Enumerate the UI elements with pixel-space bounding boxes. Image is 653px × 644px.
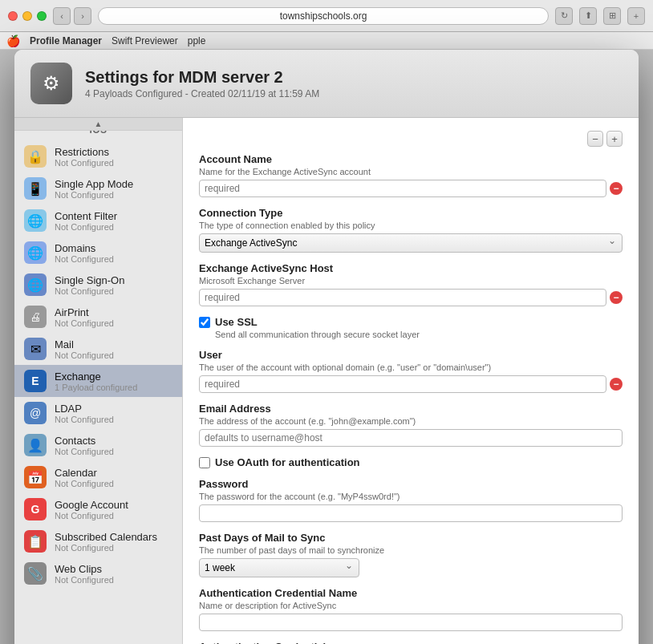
- new-tab-button[interactable]: ⊞: [603, 7, 621, 25]
- past-days-group: Past Days of Mail to Sync The number of …: [199, 532, 623, 577]
- auth-cred-group: Authentication Credential Credential for…: [199, 641, 623, 644]
- connection-type-select-wrap: Exchange ActiveSync Exchange Web Service…: [199, 233, 623, 253]
- password-input[interactable]: [199, 504, 623, 522]
- restrictions-icon: 🔒: [24, 145, 47, 168]
- auth-cred-name-group: Authentication Credential Name Name or d…: [199, 587, 623, 631]
- use-oauth-checkbox-row: Use OAuth for authentication: [199, 456, 623, 468]
- exchange-icon: E: [24, 370, 47, 392]
- dialog-title-area: Settings for MDM server 2 4 Payloads Con…: [85, 68, 319, 99]
- eas-host-input-wrap: −: [199, 289, 623, 306]
- eas-host-remove-button[interactable]: −: [610, 291, 623, 304]
- minimize-button[interactable]: [22, 11, 32, 21]
- sidebar-item-single-app-mode[interactable]: 📱 Single App Mode Not Configured: [14, 172, 182, 205]
- connection-type-label: Connection Type: [199, 207, 623, 219]
- close-button[interactable]: [8, 11, 18, 21]
- use-oauth-checkbox[interactable]: [199, 457, 210, 468]
- mail-icon: ✉: [24, 338, 47, 360]
- google-account-icon: G: [24, 498, 47, 520]
- content-filter-icon: 🌐: [24, 209, 47, 232]
- dialog-subtitle: 4 Payloads Configured - Created 02/11/19…: [85, 88, 319, 99]
- apple-menu[interactable]: 🍎: [6, 34, 20, 47]
- auth-cred-label: Authentication Credential: [199, 641, 623, 644]
- sidebar-item-contacts[interactable]: 👤 Contacts Not Configured: [14, 429, 182, 461]
- add-payload-button[interactable]: +: [606, 131, 623, 147]
- eas-host-desc: Microsoft Exchange Server: [199, 276, 623, 286]
- password-desc: The password for the account (e.g. "MyP4…: [199, 492, 623, 501]
- user-label: User: [199, 349, 623, 361]
- use-ssl-label: Use SSL: [215, 316, 258, 328]
- eas-host-label: Exchange ActiveSync Host: [199, 262, 623, 274]
- account-name-input[interactable]: [199, 180, 606, 197]
- url-text: townshipschools.org: [280, 10, 367, 22]
- sidebar-item-mail[interactable]: ✉ Mail Not Configured: [14, 333, 182, 365]
- address-bar[interactable]: townshipschools.org: [98, 7, 549, 25]
- user-desc: The user of the account with optional do…: [199, 363, 623, 372]
- menu-app[interactable]: pple: [188, 35, 206, 47]
- add-tab-button[interactable]: +: [627, 7, 645, 25]
- email-desc: The address of the account (e.g. "john@e…: [199, 416, 623, 426]
- refresh-button[interactable]: ↻: [555, 7, 573, 25]
- connection-type-group: Connection Type The type of connection e…: [199, 207, 623, 253]
- past-days-select-wrap: No Limit 1 day 3 days 1 week 2 weeks 1 m…: [199, 558, 359, 577]
- use-ssl-checkbox-row: Use SSL: [199, 316, 623, 328]
- use-oauth-label: Use OAuth for authentication: [215, 456, 360, 468]
- account-name-remove-button[interactable]: −: [610, 182, 623, 195]
- user-remove-button[interactable]: −: [610, 378, 623, 391]
- share-button[interactable]: ⬆: [579, 7, 597, 25]
- domains-icon: 🌐: [24, 241, 47, 264]
- sidebar-item-domains[interactable]: 🌐 Domains Not Configured: [14, 237, 182, 269]
- account-name-input-wrap: −: [199, 180, 623, 197]
- sidebar-item-ldap[interactable]: @ LDAP Not Configured: [14, 397, 182, 429]
- sidebar-item-single-sign-on[interactable]: 🌐 Single Sign-On Not Configured: [14, 269, 182, 301]
- user-group: User The user of the account with option…: [199, 349, 623, 393]
- account-name-group: Account Name Name for the Exchange Activ…: [199, 153, 623, 197]
- use-ssl-checkbox[interactable]: [199, 317, 210, 328]
- email-input[interactable]: [199, 429, 623, 447]
- sidebar-item-exchange[interactable]: E Exchange 1 Payload configured: [14, 365, 182, 397]
- forward-button[interactable]: ›: [74, 7, 91, 25]
- single-sign-on-icon: 🌐: [24, 273, 47, 296]
- user-input-wrap: −: [199, 375, 623, 393]
- remove-payload-button[interactable]: −: [587, 131, 603, 147]
- gear-icon: ⚙: [43, 72, 60, 95]
- past-days-select[interactable]: No Limit 1 day 3 days 1 week 2 weeks 1 m…: [199, 558, 359, 577]
- dialog-body: IOS 🔒 Restrictions Not Configured 📱 Sing…: [14, 118, 639, 644]
- use-oauth-group: Use OAuth for authentication: [199, 456, 623, 468]
- back-button[interactable]: ‹: [53, 7, 71, 25]
- browser-chrome: ‹ › townshipschools.org ↻ ⬆ ⊞ +: [0, 0, 653, 32]
- content-toolbar: − +: [199, 131, 623, 147]
- auth-cred-name-desc: Name or description for ActiveSync: [199, 601, 623, 610]
- email-label: Email Address: [199, 403, 623, 415]
- ldap-icon: @: [24, 402, 47, 424]
- sidebar-item-restrictions[interactable]: 🔒 Restrictions Not Configured: [14, 140, 182, 172]
- nav-buttons: ‹ ›: [53, 7, 91, 25]
- sidebar-item-content-filter[interactable]: 🌐 Content Filter Not Configured: [14, 205, 182, 237]
- use-ssl-group: Use SSL Send all communication through s…: [199, 316, 623, 339]
- email-group: Email Address The address of the account…: [199, 403, 623, 447]
- sidebar-item-google-account[interactable]: G Google Account Not Configured: [14, 493, 182, 525]
- connection-type-desc: The type of connection enabled by this p…: [199, 221, 623, 230]
- menu-file[interactable]: Swift Previewer: [112, 35, 178, 47]
- subscribed-calendars-icon: 📋: [24, 530, 47, 553]
- app-name[interactable]: Profile Manager: [30, 35, 102, 47]
- dialog-title: Settings for MDM server 2: [85, 68, 319, 87]
- traffic-lights: [8, 11, 47, 21]
- password-label: Password: [199, 478, 623, 490]
- eas-host-group: Exchange ActiveSync Host Microsoft Excha…: [199, 262, 623, 306]
- auth-cred-name-input[interactable]: [199, 614, 623, 631]
- user-input[interactable]: [199, 375, 606, 393]
- sidebar-item-subscribed-calendars[interactable]: 📋 Subscribed Calendars Not Configured: [14, 525, 182, 557]
- dialog-icon: ⚙: [30, 63, 72, 104]
- sidebar-item-web-clips[interactable]: 📎 Web Clips Not Configured: [14, 557, 182, 589]
- sidebar-scroll-up[interactable]: ▲: [14, 118, 182, 131]
- single-app-mode-icon: 📱: [24, 177, 47, 200]
- past-days-desc: The number of past days of mail to synch…: [199, 545, 623, 555]
- sidebar-item-calendar[interactable]: 📅 Calendar Not Configured: [14, 461, 182, 493]
- sidebar-item-airprint[interactable]: 🖨 AirPrint Not Configured: [14, 301, 182, 333]
- account-name-desc: Name for the Exchange ActiveSync account: [199, 167, 623, 176]
- connection-type-select[interactable]: Exchange ActiveSync Exchange Web Service…: [199, 233, 623, 253]
- menu-bar: 🍎 Profile Manager Swift Previewer pple: [0, 32, 653, 50]
- maximize-button[interactable]: [37, 11, 47, 21]
- eas-host-input[interactable]: [199, 289, 606, 306]
- use-ssl-desc: Send all communication through secure so…: [215, 330, 623, 339]
